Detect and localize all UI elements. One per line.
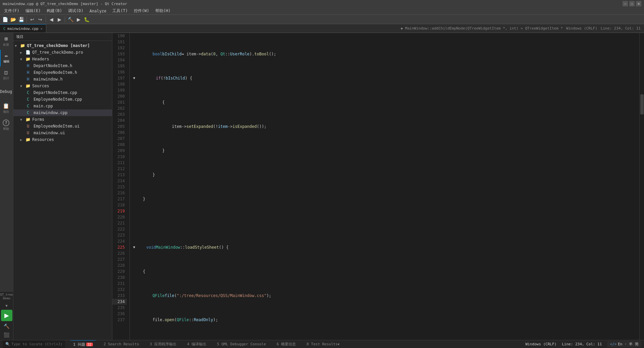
code-container[interactable]: 190 191 192 193 194 195 196 197 198 199 … [112, 33, 644, 340]
sidebar-design-btn[interactable]: ◫ 设计 [0, 66, 12, 83]
title-bar-text: mainwindow.cpp @ QT_tree_checkDemo [mast… [3, 2, 127, 6]
language-selector[interactable]: </> En · 半 简 [607, 341, 641, 347]
tree-mainwindow-ui[interactable]: U mainwindow.ui [13, 130, 112, 136]
tree-mainwindow-cpp[interactable]: C mainwindow.cpp [13, 109, 112, 116]
tab-search-results[interactable]: 2 Search Results [101, 340, 142, 348]
tree-mainwindow-h[interactable]: H mainwindow.h [13, 76, 112, 83]
menu-build[interactable]: 构建(B) [44, 7, 65, 14]
ln-193: 193 [112, 51, 127, 57]
code-line-199: { [133, 268, 639, 275]
design-icon: ◫ [4, 69, 8, 76]
ln-233: 233 [112, 293, 127, 299]
window-controls: ─ □ ✕ [623, 1, 641, 6]
toolbar-build[interactable]: 🔨 [67, 16, 74, 23]
status-right: Windows (CRLF) Line: 234, Col: 11 </> En… [525, 341, 641, 347]
stop-btn[interactable]: ⬛ [2, 331, 11, 339]
menu-help[interactable]: 帮助(H) [153, 7, 173, 14]
forms-folder-icon: 📁 [25, 117, 31, 122]
sidebar-edit-btn[interactable]: ✏ 编辑 [0, 50, 12, 66]
ln-194: 194 [112, 57, 127, 63]
toolbar-open[interactable]: 📂 [9, 16, 17, 23]
root-arrow-icon: ▼ [15, 44, 20, 48]
tab-issues[interactable]: 1 问题 32 [70, 340, 95, 348]
sources-folder-icon: 📁 [25, 84, 31, 88]
tree-depart-h[interactable]: H DepartNodeItem.h [13, 62, 112, 69]
encoding-status[interactable]: Windows (CRLF) [525, 342, 556, 346]
toolbar-run[interactable]: ▶ [75, 16, 82, 23]
tree-employee-cpp[interactable]: C EmployeeNodeItem.cpp [13, 96, 112, 103]
tree-sources-folder[interactable]: ▼ 📁 Sources [13, 83, 112, 89]
file-tree[interactable]: ▼ 📁 QT_tree_checkDemo [master] ▶ 📄 QT_tr… [13, 41, 112, 340]
ln-221: 221 [112, 220, 127, 226]
code-content-area[interactable]: bool bIsChild = item->data(0, Qt::UserRo… [130, 33, 639, 340]
ln-237: 237 [112, 317, 127, 323]
tree-pro-item[interactable]: ▶ 📄 QT_tree_checkDemo.pro [13, 49, 112, 56]
tab-test-results[interactable]: 8 Test Results ▼ [304, 340, 342, 348]
toolbar-back[interactable]: ◀ [48, 16, 55, 23]
ln-231: 231 [112, 281, 127, 287]
tree-depart-cpp[interactable]: C DepartNodeItem.cpp [13, 89, 112, 96]
toolbar-redo[interactable]: ↪ [37, 16, 44, 23]
tree-root-item[interactable]: ▼ 📁 QT_tree_checkDemo [master] [13, 42, 112, 49]
tree-employee-h[interactable]: H EmployeeNodeItem.h [13, 69, 112, 76]
h-file-icon3: H [27, 77, 32, 82]
root-folder-icon: 📁 [20, 43, 25, 48]
sidebar-help-btn[interactable]: ? 帮助 [0, 117, 12, 134]
run-button[interactable]: ▶ [1, 310, 12, 321]
menu-debug[interactable]: 调试(D) [65, 7, 86, 14]
line-numbers: 190 191 192 193 194 195 196 197 198 199 … [112, 33, 130, 340]
tree-employee-ui[interactable]: U EmployeeNodeItem.ui [13, 123, 112, 130]
run-config-btn[interactable]: ▼ [4, 303, 9, 308]
menu-file[interactable]: 文件(F) [1, 7, 22, 14]
ln-199: 199 [112, 87, 127, 93]
close-button[interactable]: ✕ [636, 1, 641, 6]
minimize-button[interactable]: ─ [623, 1, 628, 6]
menu-analyze[interactable]: Analyze [87, 8, 109, 14]
tab-mainwindow-cpp[interactable]: C mainwindow.cpp ✕ [0, 24, 46, 33]
run-controls: ▼ [4, 303, 9, 308]
tab-overview[interactable]: 6 概要信息 [274, 340, 299, 348]
build-btn[interactable]: 🔨 [2, 322, 11, 330]
ln-211: 211 [112, 160, 127, 166]
menu-controls[interactable]: 控件(W) [131, 7, 152, 14]
sidebar-welcome-btn[interactable]: ⊞ 欢迎 [0, 33, 12, 50]
scroll-thumb[interactable] [640, 94, 644, 114]
toolbar-save[interactable]: 💾 [17, 16, 25, 23]
encoding-indicator[interactable]: Windows (CRLF) [566, 26, 597, 31]
ln-190: 190 [112, 33, 127, 39]
ln-215: 215 [112, 184, 127, 190]
search-locate[interactable]: 🔍 Type to locate (Ctrl+J) [3, 340, 65, 348]
tab-qml-debugger[interactable]: 5 QML Debugger Console [214, 340, 269, 348]
sidebar-debug-btn[interactable]: Debug [0, 83, 12, 100]
ln-201: 201 [112, 99, 127, 105]
menu-bar: 文件(F) 编辑(E) 构建(B) 调试(D) Analyze 工具(T) 控件… [0, 7, 644, 15]
tree-forms-folder[interactable]: ▼ 📁 Forms [13, 116, 112, 123]
toolbar-debug-run[interactable]: 🐛 [83, 16, 90, 23]
right-scrollbar[interactable] [639, 33, 644, 340]
project-name-label: QT_treeDemo [0, 293, 13, 300]
tab-close-btn[interactable]: ✕ [41, 27, 43, 31]
menu-tools[interactable]: 工具(T) [110, 7, 130, 14]
toolbar-sep1 [26, 16, 27, 22]
tab-compile-output[interactable]: 4 编译输出 [184, 340, 209, 348]
employee-h-label: EmployeeNodeItem.h [34, 70, 77, 75]
menu-edit[interactable]: 编辑(E) [23, 7, 44, 14]
code-line-195: } [133, 172, 639, 178]
toolbar-new[interactable]: 📄 [1, 16, 9, 23]
tree-headers-folder[interactable]: ▼ 📁 Headers [13, 56, 112, 62]
tree-main-cpp[interactable]: C main.cpp [13, 103, 112, 109]
sidebar-project-btn[interactable]: 📋 项目 [0, 100, 12, 117]
project-panel-header: 项目 [13, 33, 112, 41]
maximize-button[interactable]: □ [629, 1, 635, 6]
ln-207: 207 [112, 136, 127, 142]
toolbar-forward[interactable]: ▶ [56, 16, 63, 23]
h-file-icon2: H [27, 70, 32, 75]
ln-209: 209 [112, 148, 127, 154]
ln-210: 210 [112, 154, 127, 160]
pro-file-icon: 📄 [25, 50, 31, 55]
position-indicator: Line: 234, Col: 11 [601, 26, 641, 31]
tab-app-output[interactable]: 3 应用程序输出 [147, 340, 179, 348]
toolbar-undo[interactable]: ↩ [29, 16, 36, 23]
issues-label: 1 问题 [73, 342, 85, 347]
tree-resources-folder[interactable]: ▶ 📁 Resources [13, 136, 112, 143]
